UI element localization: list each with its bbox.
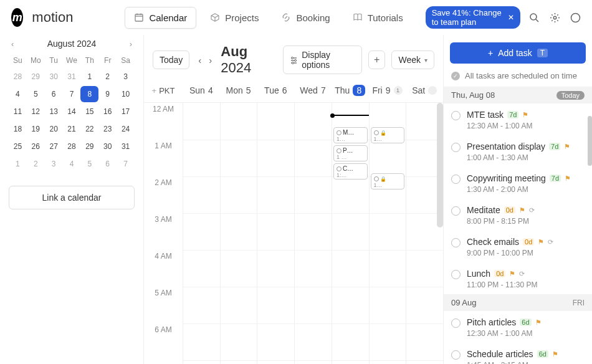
tab-calendar[interactable]: Calendar bbox=[125, 7, 196, 29]
mini-cal-day[interactable]: 1 bbox=[80, 69, 98, 85]
add-button[interactable]: + bbox=[368, 50, 386, 69]
task-checkbox[interactable] bbox=[451, 238, 461, 247]
display-options-button[interactable]: Display options bbox=[283, 46, 362, 74]
day-column[interactable] bbox=[257, 103, 294, 364]
time-label: 3 AM bbox=[144, 213, 183, 250]
task-item[interactable]: MTE task 7d ⚑ 12:30 AM - 1:00 AM bbox=[444, 103, 592, 135]
mini-cal-day[interactable]: 12 bbox=[27, 103, 45, 120]
mini-cal-day[interactable]: 26 bbox=[27, 138, 45, 155]
mini-cal-day[interactable]: 4 bbox=[9, 86, 27, 102]
task-item[interactable]: Lunch 0d ⚑ ⟳ 11:00 PM - 11:30 PM bbox=[444, 262, 592, 294]
mini-cal-day[interactable]: 30 bbox=[98, 138, 117, 155]
mini-cal-day[interactable]: 22 bbox=[80, 121, 98, 137]
task-item[interactable]: Check emails 0d ⚑ ⟳ 9:00 PM - 10:00 PM bbox=[444, 231, 592, 262]
day-column[interactable]: 🔒1…🔒1… bbox=[369, 103, 406, 364]
mini-cal-day[interactable]: 30 bbox=[45, 69, 63, 85]
mini-cal-day[interactable]: 25 bbox=[9, 138, 27, 155]
calendar-event[interactable]: P…1 … bbox=[333, 145, 368, 161]
task-item[interactable]: Copywriting meeting 7d ⚑ 1:30 AM - 2:00 … bbox=[444, 167, 592, 199]
day-column[interactable]: M…1…P…1 …C…1:… bbox=[332, 103, 369, 364]
mini-cal-day[interactable]: 8 bbox=[80, 86, 98, 102]
mini-cal-day[interactable]: 9 bbox=[98, 86, 117, 102]
mini-cal-day[interactable]: 3 bbox=[45, 156, 63, 172]
next-week[interactable]: › bbox=[206, 52, 214, 68]
day-header[interactable]: Wed 7 bbox=[294, 85, 332, 96]
day-column[interactable] bbox=[220, 103, 257, 364]
mini-cal-day[interactable]: 18 bbox=[9, 121, 27, 137]
mini-cal-day[interactable]: 31 bbox=[63, 69, 81, 85]
day-header[interactable]: Mon 5 bbox=[220, 85, 257, 96]
promo-banner[interactable]: Save 41%: Change to team plan ✕ bbox=[426, 6, 520, 29]
scrollbar[interactable] bbox=[588, 116, 592, 166]
mini-cal-day[interactable]: 16 bbox=[98, 103, 117, 120]
mini-cal-day[interactable]: 15 bbox=[80, 103, 98, 120]
task-checkbox[interactable] bbox=[451, 111, 461, 120]
link-calendar-button[interactable]: Link a calendar bbox=[9, 186, 135, 209]
day-column[interactable] bbox=[406, 103, 443, 364]
calendar-event[interactable]: 🔒1… bbox=[371, 127, 405, 143]
task-item[interactable]: Meditate 0d ⚑ ⟳ 8:00 PM - 8:15 PM bbox=[444, 199, 592, 231]
prev-month[interactable]: ‹ bbox=[11, 39, 14, 49]
task-item[interactable]: Presentation display 7d ⚑ 1:00 AM - 1:30… bbox=[444, 135, 592, 167]
mini-cal-day[interactable]: 5 bbox=[27, 86, 45, 102]
mini-cal-day[interactable]: 11 bbox=[9, 103, 27, 120]
mini-cal-day[interactable]: 17 bbox=[117, 103, 135, 120]
next-month[interactable]: › bbox=[130, 39, 132, 49]
mini-cal-day[interactable]: 7 bbox=[117, 156, 135, 172]
mini-cal-day[interactable]: 7 bbox=[63, 86, 81, 102]
task-item[interactable]: Schedule articles 6d ⚑ 1:45 AM - 2:15 AM bbox=[444, 343, 592, 364]
mini-cal-day[interactable]: 4 bbox=[63, 156, 81, 172]
close-icon[interactable]: ✕ bbox=[508, 13, 514, 22]
search-icon[interactable] bbox=[529, 12, 540, 23]
gear-icon[interactable] bbox=[550, 12, 560, 23]
mini-cal-day[interactable]: 6 bbox=[45, 86, 63, 102]
day-header[interactable]: Thu 8 bbox=[332, 85, 369, 96]
day-header[interactable]: Fri 9 1 bbox=[369, 85, 406, 96]
mini-cal-day[interactable]: 28 bbox=[63, 138, 81, 155]
mini-cal-day[interactable]: 2 bbox=[98, 69, 117, 85]
day-column[interactable] bbox=[183, 103, 220, 364]
mini-cal-day[interactable]: 27 bbox=[45, 138, 63, 155]
help-icon[interactable] bbox=[570, 12, 581, 23]
task-item[interactable]: Pitch articles 6d ⚑ 12:30 AM - 1:00 AM bbox=[444, 311, 592, 343]
task-checkbox[interactable] bbox=[451, 350, 461, 360]
mini-cal-day[interactable]: 5 bbox=[80, 156, 98, 172]
mini-cal-day[interactable]: 20 bbox=[45, 121, 63, 137]
mini-cal-day[interactable]: 14 bbox=[63, 103, 81, 120]
task-checkbox[interactable] bbox=[451, 175, 461, 184]
mini-cal-day[interactable]: 2 bbox=[27, 156, 45, 172]
mini-cal-day[interactable]: 24 bbox=[117, 121, 135, 137]
prev-week[interactable]: ‹ bbox=[196, 52, 204, 68]
calendar-event[interactable]: 🔒1… bbox=[371, 173, 405, 189]
add-task-button[interactable]: + Add task T bbox=[450, 42, 586, 64]
mini-cal-day[interactable]: 28 bbox=[9, 69, 27, 85]
mini-cal-day[interactable]: 21 bbox=[63, 121, 81, 137]
task-checkbox[interactable] bbox=[451, 270, 461, 279]
mini-cal-dow: Tu bbox=[45, 54, 63, 67]
mini-cal-day[interactable]: 3 bbox=[117, 69, 135, 85]
mini-cal-day[interactable]: 29 bbox=[27, 69, 45, 85]
view-selector[interactable]: Week ▾ bbox=[391, 50, 434, 69]
mini-cal-day[interactable]: 23 bbox=[98, 121, 117, 137]
task-checkbox[interactable] bbox=[451, 143, 461, 152]
mini-cal-day[interactable]: 19 bbox=[27, 121, 45, 137]
day-header[interactable]: Sun 4 bbox=[183, 85, 220, 96]
mini-cal-day[interactable]: 10 bbox=[117, 86, 135, 102]
mini-cal-day[interactable]: 31 bbox=[117, 138, 135, 155]
mini-cal-day[interactable]: 1 bbox=[9, 156, 27, 172]
task-checkbox[interactable] bbox=[451, 318, 461, 328]
calendar-event[interactable]: M…1… bbox=[333, 127, 368, 143]
tab-booking[interactable]: Booking bbox=[272, 7, 338, 29]
mini-cal-day[interactable]: 29 bbox=[80, 138, 98, 155]
task-checkbox[interactable] bbox=[451, 206, 461, 216]
add-timezone[interactable]: + bbox=[152, 86, 157, 95]
tab-projects[interactable]: Projects bbox=[201, 7, 267, 29]
mini-cal-day[interactable]: 6 bbox=[98, 156, 117, 172]
tab-tutorials[interactable]: Tutorials bbox=[344, 7, 412, 29]
day-header[interactable]: Sat bbox=[406, 85, 443, 96]
mini-cal-day[interactable]: 13 bbox=[45, 103, 63, 120]
day-column[interactable] bbox=[294, 103, 332, 364]
calendar-event[interactable]: C…1:… bbox=[333, 163, 368, 180]
day-header[interactable]: Tue 6 bbox=[257, 85, 294, 96]
today-button[interactable]: Today bbox=[153, 50, 189, 69]
